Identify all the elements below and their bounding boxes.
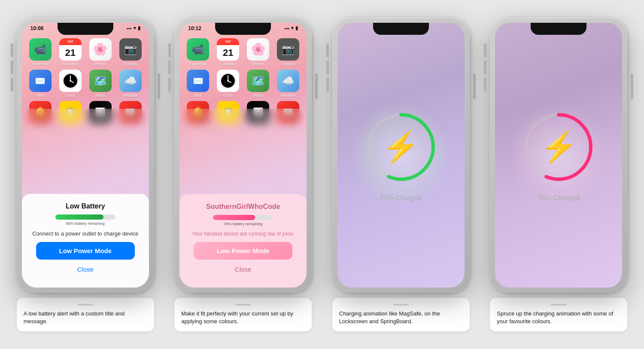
desc-text-1: A low battery alert with a custom title … (24, 310, 147, 325)
app-weather-2[interactable]: ☁️ Weather (275, 70, 301, 98)
charging-ring-4: ⚡ (520, 108, 597, 186)
app-facetime[interactable]: 📹 FaceTime (27, 38, 54, 66)
low-power-btn-1[interactable]: Low Power Mode (36, 242, 135, 260)
phone-frame-1: 10:06 ▪▪▪ ▾ ▮ 📹 (17, 18, 154, 293)
battery-fill-2 (213, 215, 255, 220)
alert-box-2: SouthernGirlWhoCode 70% battery remainin… (179, 194, 307, 288)
notch-1 (58, 23, 113, 35)
main-container: 10:06 ▪▪▪ ▾ ▮ 📹 (9, 18, 635, 331)
wifi-icon: ▾ (134, 25, 136, 31)
app-camera-2[interactable]: 📷 Camera (275, 38, 301, 66)
phone-card-3: ⚡ 75% Charged Charging animation like Ma… (324, 18, 478, 331)
alert-title-2: SouthernGirlWhoCode (206, 203, 280, 211)
charging-ring-3: ⚡ (362, 108, 440, 186)
alert-overlay-2: SouthernGirlWhoCode 70% battery remainin… (179, 109, 307, 288)
app-photos[interactable]: 🌸 Photos (87, 38, 114, 66)
desc-text-4: Spruce up the charging animation with so… (497, 310, 620, 325)
desc-card-3: Charging animation like MagSafe, on the … (332, 298, 470, 331)
app-clock-1[interactable]: Clock (57, 70, 84, 98)
phone-card-2: 10:12 ▪▪▪ ▾ ▮ 📹 FaceTime (167, 18, 320, 331)
app-clock-2[interactable]: Clock (215, 70, 241, 98)
alert-message-2: Your handset device are running low of j… (192, 230, 294, 238)
screen-ios-2: 10:12 ▪▪▪ ▾ ▮ 📹 FaceTime (179, 23, 307, 288)
low-power-btn-2[interactable]: Low Power Mode (194, 242, 292, 260)
screen-charging-4: ⚡ 75% Charged (495, 23, 622, 288)
desc-card-2: Make it fit perfecly with your current s… (174, 298, 312, 331)
alert-message-1: Connect to a power outlet to charge devi… (32, 230, 138, 238)
notch-3 (373, 23, 429, 35)
battery-bar-1 (55, 214, 115, 220)
phone-frame-3: ⚡ 75% Charged (332, 18, 470, 293)
close-btn-2[interactable]: Close (233, 264, 253, 275)
svg-point-9 (227, 80, 229, 82)
battery-icon-2: ▮ (295, 25, 298, 31)
phone-card-4: ⚡ 75% Charged Spruce up the charging ani… (482, 18, 636, 331)
time-1: 10:06 (30, 25, 44, 31)
app-weather[interactable]: ☁️ Weather (117, 70, 144, 98)
desc-handle-1 (78, 304, 93, 306)
battery-fill-1 (55, 214, 103, 220)
phone-card-1: 10:06 ▪▪▪ ▾ ▮ 📹 (9, 18, 162, 331)
battery-label-1: 80% battery remaining (66, 221, 105, 226)
phone-frame-2: 10:12 ▪▪▪ ▾ ▮ 📹 FaceTime (174, 18, 312, 293)
app-maps-2[interactable]: 🗺️ Maps (245, 70, 271, 98)
lightning-icon-3: ⚡ (382, 129, 419, 165)
battery-icon: ▮ (138, 25, 140, 31)
app-camera[interactable]: 📷 Camera (117, 38, 144, 66)
app-facetime-2[interactable]: 📹 FaceTime (185, 38, 211, 66)
wifi-icon-2: ▾ (291, 25, 294, 31)
phone-frame-4: ⚡ 75% Charged (490, 18, 627, 293)
app-calendar-2[interactable]: SAT 21 Calendar (215, 38, 241, 66)
desc-handle-2 (235, 304, 251, 306)
notch-4 (531, 23, 586, 35)
time-2: 10:12 (188, 25, 201, 31)
alert-title-1: Low Battery (66, 202, 105, 210)
signal-icon: ▪▪▪ (127, 26, 132, 31)
svg-point-4 (70, 80, 71, 82)
screen-ios-1: 10:06 ▪▪▪ ▾ ▮ 📹 (22, 23, 149, 288)
alert-box-1: Low Battery 80% battery remaining Connec… (22, 194, 149, 288)
desc-card-1: A low battery alert with a custom title … (17, 298, 154, 331)
desc-text-2: Make it fit perfecly with your current s… (181, 310, 305, 325)
app-calendar[interactable]: SAT 21 Calendar (57, 38, 84, 66)
desc-handle-3 (393, 304, 409, 306)
battery-bar-2 (213, 215, 273, 220)
battery-label-2: 70% battery remaining (224, 222, 262, 226)
desc-text-3: Charging animation like MagSafe, on the … (339, 310, 463, 325)
notch-2 (215, 23, 271, 35)
desc-card-4: Spruce up the charging animation with so… (490, 298, 627, 331)
screen-charging-3: ⚡ 75% Charged (337, 23, 465, 288)
app-mail[interactable]: ✉️ Mail (27, 70, 54, 98)
close-btn-1[interactable]: Close (76, 264, 95, 275)
app-mail-2[interactable]: ✉️ Mail (185, 70, 211, 98)
alert-overlay-1: Low Battery 80% battery remaining Connec… (22, 109, 149, 288)
app-photos-2[interactable]: 🌸 Photos (245, 38, 271, 66)
status-icons-1: ▪▪▪ ▾ ▮ (127, 25, 140, 31)
app-maps[interactable]: 🗺️ Maps (87, 70, 114, 98)
desc-handle-4 (551, 304, 566, 306)
signal-icon-2: ▪▪▪ (285, 26, 290, 31)
status-icons-2: ▪▪▪ ▾ ▮ (285, 25, 298, 31)
lightning-icon-4: ⚡ (540, 129, 577, 165)
